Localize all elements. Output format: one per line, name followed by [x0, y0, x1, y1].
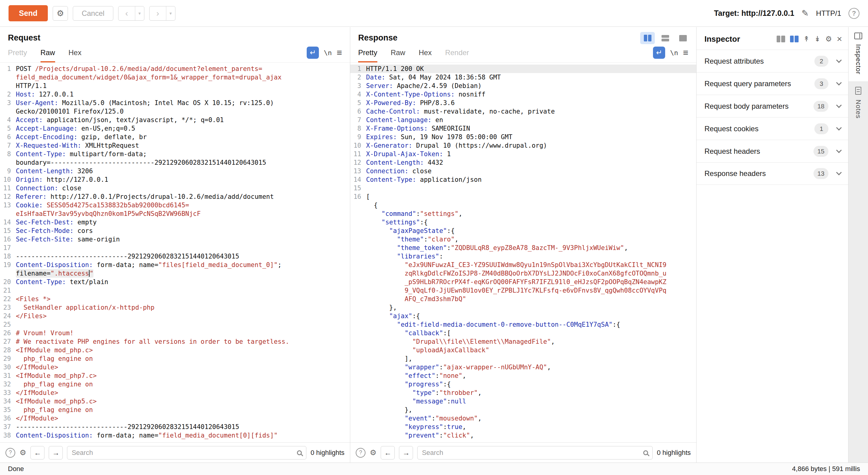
- forward-dropdown-caret-icon[interactable]: ▾: [166, 6, 175, 21]
- response-panel: Response PrettyRawHexRender ↵ \n ≡ 1HTTP…: [350, 27, 696, 463]
- line-number: [0, 158, 16, 167]
- edit-target-pencil-icon[interactable]: ✎: [802, 8, 809, 18]
- line-content: </IfModule>: [16, 363, 58, 372]
- inspector-section-request-headers[interactable]: Request headers15: [696, 140, 848, 162]
- line-number: 12: [0, 192, 16, 201]
- request-code-line: 6Accept-Encoding: gzip, deflate, br: [0, 133, 350, 141]
- line-content: Sec-Fetch-Site: same-origin: [16, 235, 120, 244]
- line-number: 30: [0, 363, 16, 372]
- side-tab-notes[interactable]: Notes: [848, 81, 868, 125]
- inspector-section-request-attributes[interactable]: Request attributes2: [696, 50, 848, 72]
- line-number: 19: [0, 261, 16, 269]
- search-next-button[interactable]: →: [399, 446, 413, 460]
- request-code-line: 35 php_flag engine on: [0, 406, 350, 414]
- cancel-button[interactable]: Cancel: [73, 6, 113, 21]
- response-code-line: "progress":{: [350, 380, 696, 388]
- editor-menu-icon[interactable]: ≡: [337, 48, 342, 58]
- search-help-icon[interactable]: ?: [5, 448, 15, 457]
- line-content: Sec-Fetch-Dest: empty: [16, 218, 97, 226]
- line-number: 5: [0, 124, 16, 133]
- show-newlines-button[interactable]: \n: [324, 49, 332, 57]
- response-tab-raw[interactable]: Raw: [391, 49, 405, 62]
- line-content: -----------------------------29212920602…: [16, 252, 239, 261]
- side-tab-label: Notes: [854, 100, 862, 119]
- line-number: 12: [350, 158, 366, 167]
- line-number: 1: [0, 65, 16, 73]
- line-content: X-Content-Type-Options: nosniff: [366, 90, 486, 99]
- history-forward-button[interactable]: › ▾: [149, 6, 176, 21]
- line-number: 34: [0, 397, 16, 406]
- inspector-header-icons: ↟ ↡ ⚙ ×: [777, 34, 842, 44]
- search-settings-gear-icon[interactable]: ⚙: [370, 448, 376, 457]
- layout-single-button[interactable]: [676, 32, 690, 44]
- line-content: X-Frame-Options: SAMEORIGIN: [366, 124, 470, 133]
- inspector-section-request-cookies[interactable]: Request cookies1: [696, 117, 848, 140]
- response-search-input[interactable]: [422, 449, 641, 457]
- collapse-all-icon[interactable]: ↟: [803, 35, 809, 43]
- line-number: 16: [0, 235, 16, 244]
- response-code-line: 16[: [350, 192, 696, 201]
- line-content: "ajaxPageState":{: [366, 226, 455, 235]
- search-next-button[interactable]: →: [49, 446, 63, 460]
- back-arrow-icon[interactable]: ‹: [119, 6, 135, 21]
- response-tab-render[interactable]: Render: [445, 49, 469, 62]
- section-label: Request cookies: [705, 125, 758, 133]
- word-wrap-toggle-icon[interactable]: ↵: [307, 46, 319, 59]
- request-search-input[interactable]: [71, 449, 294, 457]
- response-editor[interactable]: 1HTTP/1.1 200 OK2Date: Sat, 04 May 2024 …: [350, 63, 696, 442]
- search-prev-button[interactable]: ←: [30, 446, 44, 460]
- request-code-line: 21: [0, 286, 350, 295]
- side-tab-inspector[interactable]: Inspector: [848, 27, 868, 81]
- line-content: X-Generator: Drupal 10 (https://www.drup…: [366, 141, 547, 150]
- forward-arrow-icon[interactable]: ›: [150, 6, 166, 21]
- line-number: [350, 201, 366, 210]
- inspector-close-icon[interactable]: ×: [837, 34, 842, 44]
- layout-columns-button[interactable]: [640, 32, 655, 44]
- expand-all-icon[interactable]: ↡: [814, 35, 820, 43]
- inspector-section-response-headers[interactable]: Response headers13: [696, 162, 848, 185]
- line-content: "effect":"none",: [366, 372, 466, 380]
- response-code-line: 9_VQqLf0-JjUEwn8U1ov0EY_rZPBLJ1Yc7KLFsfq…: [350, 286, 696, 295]
- layout-rows-button[interactable]: [658, 32, 673, 44]
- line-number: [350, 252, 366, 261]
- send-settings-gear-icon[interactable]: ⚙: [53, 6, 68, 21]
- request-code-line: 34<IfModule mod_php5.c>: [0, 397, 350, 406]
- request-editor[interactable]: 1POST /Projects/drupal-10.2.6/media/add/…: [0, 63, 350, 442]
- line-number: [350, 312, 366, 320]
- show-newlines-button[interactable]: \n: [670, 49, 678, 57]
- line-number: [350, 303, 366, 312]
- help-icon[interactable]: ?: [848, 8, 860, 19]
- line-content: },: [366, 406, 412, 414]
- request-tab-pretty[interactable]: Pretty: [8, 49, 27, 62]
- response-tab-list: PrettyRawHexRender: [358, 49, 469, 62]
- request-search-box: [67, 446, 306, 460]
- request-code-line: 31<IfModule mod_php7.c>: [0, 372, 350, 380]
- inspector-view-columns-icon[interactable]: [777, 36, 785, 42]
- word-wrap-toggle-icon[interactable]: ↵: [653, 46, 665, 59]
- search-help-icon[interactable]: ?: [356, 448, 366, 457]
- line-content: php_flag engine on: [16, 354, 93, 363]
- history-back-button[interactable]: ‹ ▾: [118, 6, 144, 21]
- line-content: <IfModule mod_php7.c>: [16, 372, 97, 380]
- editor-menu-icon[interactable]: ≡: [683, 48, 688, 58]
- response-tab-pretty[interactable]: Pretty: [358, 49, 377, 62]
- request-tab-raw[interactable]: Raw: [40, 49, 55, 62]
- request-tab-hex[interactable]: Hex: [68, 49, 82, 62]
- response-code-line: 2Date: Sat, 04 May 2024 18:36:58 GMT: [350, 73, 696, 82]
- search-prev-button[interactable]: ←: [381, 446, 395, 460]
- search-settings-gear-icon[interactable]: ⚙: [20, 448, 26, 457]
- response-tab-hex[interactable]: Hex: [419, 49, 432, 62]
- line-content: Referer: http://127.0.0.1/Projects/drupa…: [16, 192, 274, 201]
- inspector-view-split-icon[interactable]: [790, 36, 799, 42]
- section-label: Response headers: [705, 169, 766, 178]
- inspector-settings-gear-icon[interactable]: ⚙: [825, 35, 832, 43]
- back-dropdown-caret-icon[interactable]: ▾: [135, 6, 144, 21]
- inspector-section-request-query-parameters[interactable]: Request query parameters3: [696, 72, 848, 95]
- send-button[interactable]: Send: [8, 5, 48, 21]
- response-code-line: "message":null: [350, 397, 696, 406]
- http-version-toggle[interactable]: HTTP/1: [816, 9, 841, 18]
- inspector-section-request-body-parameters[interactable]: Request body parameters18: [696, 95, 848, 117]
- line-content: filename=".htaccess": [16, 269, 93, 278]
- line-content: -----------------------------29212920602…: [16, 423, 239, 431]
- line-number: [350, 278, 366, 286]
